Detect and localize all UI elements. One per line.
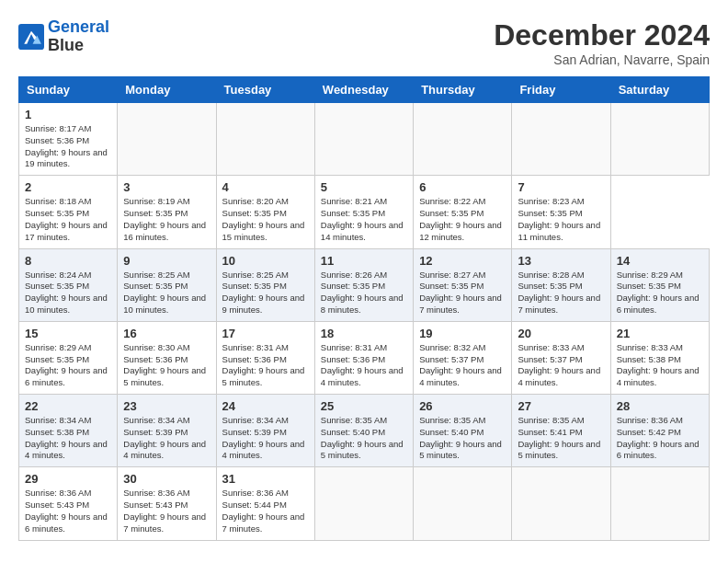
- calendar-header-row: SundayMondayTuesdayWednesdayThursdayFrid…: [19, 77, 710, 103]
- table-row: 19Sunrise: 8:32 AMSunset: 5:37 PMDayligh…: [414, 321, 512, 394]
- table-row: 30Sunrise: 8:36 AMSunset: 5:43 PMDayligh…: [118, 467, 216, 540]
- calendar-row-5: 22Sunrise: 8:34 AMSunset: 5:38 PMDayligh…: [19, 395, 710, 467]
- calendar: SundayMondayTuesdayWednesdayThursdayFrid…: [18, 76, 710, 541]
- table-row: [512, 467, 610, 540]
- table-row: 21Sunrise: 8:33 AMSunset: 5:38 PMDayligh…: [610, 321, 709, 394]
- table-row: 29Sunrise: 8:36 AMSunset: 5:43 PMDayligh…: [19, 467, 118, 540]
- table-row: [216, 103, 314, 176]
- col-header-friday: Friday: [512, 77, 610, 103]
- table-row: 28Sunrise: 8:36 AMSunset: 5:42 PMDayligh…: [610, 395, 709, 467]
- table-row: 9Sunrise: 8:25 AMSunset: 5:35 PMDaylight…: [118, 248, 216, 321]
- table-row: [610, 467, 709, 540]
- table-row: 26Sunrise: 8:35 AMSunset: 5:40 PMDayligh…: [414, 395, 512, 467]
- table-row: 6Sunrise: 8:22 AMSunset: 5:35 PMDaylight…: [414, 176, 512, 248]
- title-area: December 2024 San Adrian, Navarre, Spain: [494, 18, 710, 67]
- table-row: 2Sunrise: 8:18 AMSunset: 5:35 PMDaylight…: [19, 176, 118, 248]
- table-row: 22Sunrise: 8:34 AMSunset: 5:38 PMDayligh…: [19, 395, 118, 467]
- table-row: 31Sunrise: 8:36 AMSunset: 5:44 PMDayligh…: [216, 467, 314, 540]
- table-row: [314, 467, 413, 540]
- table-row: 7Sunrise: 8:23 AMSunset: 5:35 PMDaylight…: [512, 176, 610, 248]
- logo-line2: Blue: [48, 37, 109, 55]
- table-row: 11Sunrise: 8:26 AMSunset: 5:35 PMDayligh…: [314, 248, 413, 321]
- table-row: 8Sunrise: 8:24 AMSunset: 5:35 PMDaylight…: [19, 248, 118, 321]
- calendar-row-1: 1Sunrise: 8:17 AMSunset: 5:36 PMDaylight…: [19, 103, 710, 176]
- col-header-monday: Monday: [118, 77, 216, 103]
- table-row: 17Sunrise: 8:31 AMSunset: 5:36 PMDayligh…: [216, 321, 314, 394]
- table-row: 13Sunrise: 8:28 AMSunset: 5:35 PMDayligh…: [512, 248, 610, 321]
- col-header-sunday: Sunday: [19, 77, 118, 103]
- svg-rect-0: [18, 24, 44, 50]
- col-header-saturday: Saturday: [610, 77, 709, 103]
- table-row: 4Sunrise: 8:20 AMSunset: 5:35 PMDaylight…: [216, 176, 314, 248]
- table-row: 25Sunrise: 8:35 AMSunset: 5:40 PMDayligh…: [314, 395, 413, 467]
- col-header-wednesday: Wednesday: [314, 77, 413, 103]
- table-row: [414, 103, 512, 176]
- table-row: [314, 103, 413, 176]
- table-row: [512, 103, 610, 176]
- table-row: [414, 467, 512, 540]
- month-title: December 2024: [494, 18, 710, 52]
- table-row: 14Sunrise: 8:29 AMSunset: 5:35 PMDayligh…: [610, 248, 709, 321]
- logo-icon: [18, 24, 44, 50]
- table-row: 24Sunrise: 8:34 AMSunset: 5:39 PMDayligh…: [216, 395, 314, 467]
- table-row: 3Sunrise: 8:19 AMSunset: 5:35 PMDaylight…: [118, 176, 216, 248]
- calendar-row-6: 29Sunrise: 8:36 AMSunset: 5:43 PMDayligh…: [19, 467, 710, 540]
- logo-line1: General: [48, 17, 109, 36]
- col-header-tuesday: Tuesday: [216, 77, 314, 103]
- table-row: 23Sunrise: 8:34 AMSunset: 5:39 PMDayligh…: [118, 395, 216, 467]
- table-row: [118, 103, 216, 176]
- table-row: 20Sunrise: 8:33 AMSunset: 5:37 PMDayligh…: [512, 321, 610, 394]
- calendar-row-3: 8Sunrise: 8:24 AMSunset: 5:35 PMDaylight…: [19, 248, 710, 321]
- table-row: 18Sunrise: 8:31 AMSunset: 5:36 PMDayligh…: [314, 321, 413, 394]
- calendar-row-2: 2Sunrise: 8:18 AMSunset: 5:35 PMDaylight…: [19, 176, 710, 248]
- location-title: San Adrian, Navarre, Spain: [494, 52, 710, 67]
- table-row: 16Sunrise: 8:30 AMSunset: 5:36 PMDayligh…: [118, 321, 216, 394]
- logo: General Blue: [18, 18, 109, 55]
- table-row: 12Sunrise: 8:27 AMSunset: 5:35 PMDayligh…: [414, 248, 512, 321]
- col-header-thursday: Thursday: [414, 77, 512, 103]
- table-row: 1Sunrise: 8:17 AMSunset: 5:36 PMDaylight…: [19, 103, 118, 176]
- table-row: 5Sunrise: 8:21 AMSunset: 5:35 PMDaylight…: [314, 176, 413, 248]
- header: General Blue December 2024 San Adrian, N…: [18, 18, 710, 67]
- table-row: 15Sunrise: 8:29 AMSunset: 5:35 PMDayligh…: [19, 321, 118, 394]
- calendar-row-4: 15Sunrise: 8:29 AMSunset: 5:35 PMDayligh…: [19, 321, 710, 394]
- table-row: 10Sunrise: 8:25 AMSunset: 5:35 PMDayligh…: [216, 248, 314, 321]
- table-row: [610, 103, 709, 176]
- table-row: 27Sunrise: 8:35 AMSunset: 5:41 PMDayligh…: [512, 395, 610, 467]
